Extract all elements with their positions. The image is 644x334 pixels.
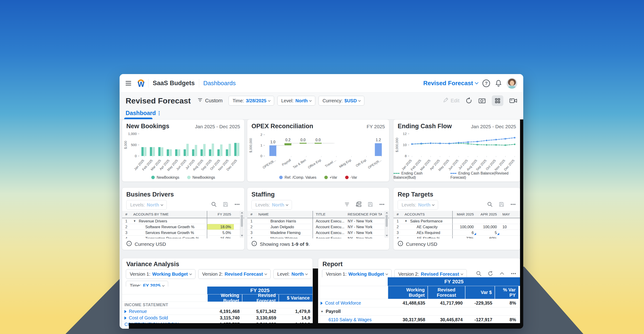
hamburger-menu-icon[interactable] [126,81,131,85]
column-header[interactable]: RevisedForecast [428,286,465,299]
help-icon[interactable]: ? [482,79,490,88]
save-icon[interactable] [367,201,373,208]
row-label[interactable]: ▼Payroll [318,307,388,315]
employee-residence[interactable]: NY - New York [345,218,382,224]
column-header[interactable]: Var $ [465,286,494,299]
legend-item[interactable]: Ref. /Comp. Values [279,175,316,180]
value-cell[interactable]: 100,000 [476,224,500,230]
column-header[interactable]: # [247,211,256,218]
refresh-icon[interactable] [488,271,494,277]
account-label[interactable]: ▼Revenue Drivers [130,218,207,224]
version1-filter[interactable]: Version 1:Working Budget [126,269,196,279]
value-cell[interactable]: 100,000 [452,224,476,230]
row-label[interactable]: Cost of Goods Sold [122,315,207,321]
employee-name[interactable]: Madeline Fleming [256,230,312,235]
value-cell[interactable]: 10 [500,224,517,230]
avatar[interactable] [506,78,517,89]
snapshot-camera-icon[interactable] [478,97,486,104]
row-label[interactable]: Cost of Workforce [318,299,388,307]
column-header[interactable]: ACCOUNTS BY TIME [130,211,207,218]
line-chart[interactable]: 81012$,000,000Jan 2025Feb 2025Mar 2025Ap… [395,131,519,172]
column-header[interactable]: FY 2025 [207,211,234,218]
bar-chart[interactable]: 05001,000$,000Jan 2025Feb 2025Mar 2025Ap… [124,131,243,172]
time-filter[interactable]: Time:3/28/2025 [228,96,274,106]
column-header[interactable]: APR 2025 [476,211,500,218]
custom-view-control[interactable]: Custom [197,97,223,104]
expander-icon[interactable]: ▼ [404,219,407,223]
column-header[interactable]: Working Budget [207,294,242,301]
legend-item[interactable]: Ending Cash Balance(Bud) [394,171,442,180]
column-header[interactable]: $ Variance [278,294,312,301]
levels-filter[interactable]: Levels:North [252,200,292,210]
column-header[interactable]: RESIDENCE FOR TAX [345,211,382,218]
employee-name[interactable]: Brandon Harris [256,218,312,224]
legend-item[interactable]: +Var [324,175,337,180]
search-icon[interactable] [487,201,493,208]
value-cell[interactable]: 5.0% [207,230,234,235]
legend-item[interactable]: Ending Cash Balance(Revised Forecast) [450,171,520,180]
value-cell[interactable]: 18.0% [207,224,234,230]
video-icon[interactable] [509,98,517,104]
value-cell[interactable] [476,218,500,224]
filter-icon[interactable] [344,202,350,208]
value-cell[interactable] [500,218,517,224]
version2-filter[interactable]: Version 2:Revised Forecast [198,269,271,279]
value-cell[interactable] [500,230,517,235]
user-dropdown[interactable]: Revised Forecast [423,80,478,87]
more-icon[interactable] [234,201,240,208]
waterfall-chart[interactable]: 012$,000,0001.00.20.00.01.2OPEX(B...Payr… [249,131,388,172]
employee-name[interactable]: Juan Delgado [256,224,312,230]
value-cell[interactable] [452,218,476,224]
save-icon[interactable] [498,201,504,208]
currency-filter[interactable]: Currency:$USD [318,96,364,106]
value-cell[interactable] [207,218,234,224]
column-header[interactable]: Revised Forecast [242,294,278,301]
grid-view-icon[interactable] [492,95,503,106]
add-row-icon[interactable] [355,201,362,208]
account-label[interactable]: AEs Required [402,230,452,235]
row-label[interactable]: 6110 Salary & Wages [318,316,388,324]
workday-logo-icon[interactable]: W [138,79,144,87]
reset-icon[interactable] [466,97,472,104]
more-icon[interactable] [510,271,516,277]
column-header[interactable]: Working Budget [388,286,428,299]
more-icon[interactable] [379,201,385,208]
expander-icon[interactable]: ▼ [133,219,136,223]
vertical-scrollbar[interactable] [240,211,243,237]
tab-menu-icon[interactable] [159,111,160,115]
column-header[interactable]: NAME [256,211,312,218]
tab-dashboard[interactable]: Dashboard [126,110,160,116]
notifications-bell-icon[interactable] [494,79,502,88]
column-header[interactable]: # [122,211,130,218]
column-header[interactable]: # [394,211,402,218]
vertical-scrollbar[interactable] [385,211,388,237]
legend-item[interactable]: NewBookings [187,175,215,180]
column-header[interactable]: MAY [500,211,517,218]
more-icon[interactable] [510,201,516,208]
column-header[interactable]: TITLE [312,211,345,218]
edit-button[interactable]: Edit [443,97,460,104]
search-icon[interactable] [476,271,482,277]
column-header[interactable]: % Var PY [494,286,518,299]
dashboards-link[interactable]: Dashboards [203,80,236,87]
search-icon[interactable] [211,201,217,208]
column-header[interactable]: MAR 2025 [452,211,476,218]
employee-title[interactable]: Account Execu... [312,224,345,230]
column-header[interactable]: ACCOUNTS [402,211,452,218]
value-cell[interactable]: 5 [476,230,500,235]
account-label[interactable]: ▼Sales Performance [402,218,452,224]
collapse-icon[interactable] [499,271,505,277]
levels-filter[interactable]: Levels:North [398,200,438,210]
account-label[interactable]: Software Revenue Growth % [130,224,207,230]
employee-title[interactable]: Account Execu... [312,218,345,224]
value-cell[interactable]: 6 [452,230,476,235]
employee-residence[interactable]: NY - New York [345,230,382,235]
level-filter[interactable]: Level:North [274,269,312,279]
employee-residence[interactable]: NY - New York [345,224,382,230]
account-label[interactable]: Services Revenue Growth % [130,230,207,235]
account-label[interactable]: AE Capacity [402,224,452,230]
levels-filter[interactable]: Levels:North [126,200,167,210]
legend-item[interactable]: -Var [345,175,357,180]
row-label[interactable]: Revenue [122,308,207,314]
save-icon[interactable] [222,201,228,208]
